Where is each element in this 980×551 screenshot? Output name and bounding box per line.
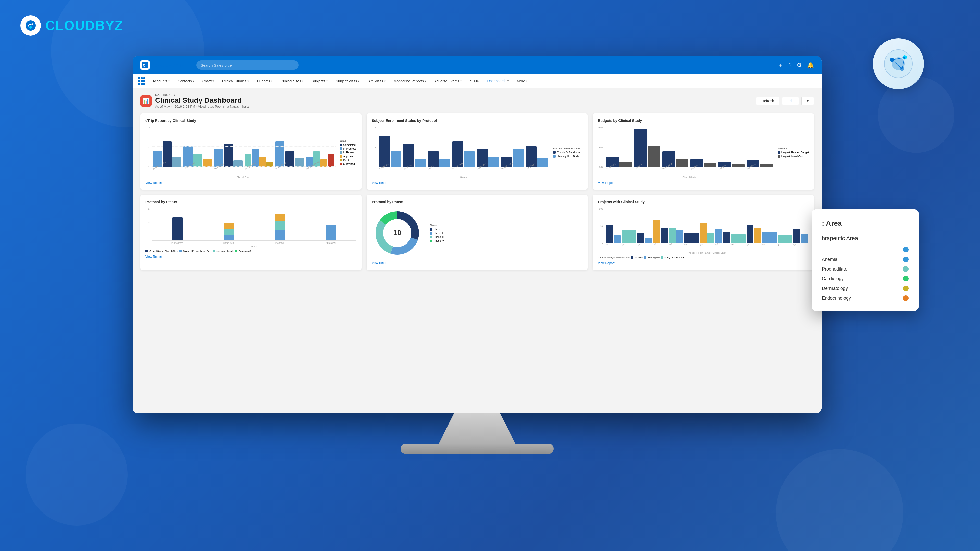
legend-circle-dermatology: [903, 286, 908, 291]
brand-bar: CLOUDBYZ: [21, 15, 123, 36]
enrollment-chart-area: Pre-Screen... Screening Failed... In Tre…: [378, 126, 549, 178]
search-container[interactable]: [196, 60, 299, 70]
subject-visits-chevron-icon: ▾: [358, 79, 359, 83]
protocol-status-card: Protocol by Status 531: [140, 195, 361, 270]
svg-text:10: 10: [393, 229, 401, 237]
svg-text:C: C: [143, 63, 145, 67]
app-launcher-icon[interactable]: [138, 77, 145, 85]
status-label-a: Approved: [307, 242, 355, 244]
projects-x-axis-label: Project: Project Name > Clinical Study: [605, 252, 809, 254]
projects-view-report[interactable]: View Report: [598, 261, 809, 265]
legend-endocrinology: Endocrinology: [822, 295, 908, 301]
more-chevron-icon: ▾: [526, 79, 527, 83]
menu-clinical-studies[interactable]: Clinical Studies ▾: [219, 77, 253, 85]
menu-budgets[interactable]: Budgets ▾: [253, 77, 276, 85]
legend-circle-anemia: [903, 257, 908, 262]
edit-button[interactable]: Edit: [782, 97, 799, 105]
etrip-chart-title: eTrip Report by Clinical Study: [145, 119, 356, 123]
monitor-base: [401, 444, 554, 454]
enrollment-x-axis-label: Status: [378, 176, 549, 178]
menu-subjects[interactable]: Subjects ▾: [308, 77, 331, 85]
clinical-sites-chevron-icon: ▾: [302, 79, 303, 83]
dashboard-subtitle: As of May 4, 2016 2:51 PM · Viewing as P…: [155, 105, 250, 108]
menu-accounts[interactable]: Accounts ▾: [149, 77, 173, 85]
projects-chart-area: M... Cli... Cli... Hea... Hea... Pro... …: [605, 208, 809, 254]
bar-in-progress: [154, 218, 201, 240]
legend-cushing: Cushing's Syndrome –: [553, 151, 582, 154]
etrip-x-axis-label: Clinical Study: [151, 176, 336, 178]
monitoring-chevron-icon: ▾: [425, 79, 426, 83]
projects-chart-card: Projects with Clinical Study 100500: [593, 195, 814, 270]
etrip-y-axis: 321: [145, 126, 150, 178]
float-avatar-card: [873, 38, 924, 89]
salesforce-nav: C Cloudbyz CTMS ＋ ? ⚙ 🔔: [133, 56, 822, 74]
dashboard-icon: 📊: [140, 95, 151, 106]
legend-planned-budget: Largest Planned Budget: [778, 151, 809, 154]
nav-icons: ＋ ? ⚙ 🔔: [778, 61, 814, 69]
status-label-p: Planned: [256, 242, 303, 244]
help-icon[interactable]: ?: [789, 62, 792, 68]
legend-anemia: Anemia: [822, 257, 908, 262]
refresh-button[interactable]: Refresh: [756, 97, 780, 105]
menu-clinical-sites[interactable]: Clinical Sites ▾: [277, 77, 307, 85]
etrip-view-report[interactable]: View Report: [145, 181, 356, 184]
add-icon[interactable]: ＋: [778, 61, 784, 69]
enrollment-chart-title: Subject Enrollment Status by Protocol: [372, 119, 583, 123]
protocol-status-view-report[interactable]: View Report: [145, 255, 356, 259]
legend-circle-prochodilator: [903, 266, 908, 272]
bar-planned: [256, 214, 303, 240]
protocol-status-x-label: Status: [151, 245, 356, 248]
legend-separator: –: [822, 247, 908, 252]
settings-icon[interactable]: ⚙: [797, 62, 802, 68]
protocol-phase-view-report[interactable]: View Report: [372, 261, 583, 265]
etrip-legend: Status Completed In Progress: [340, 126, 356, 178]
menu-site-visits[interactable]: Site Visits ▾: [364, 77, 389, 85]
projects-chart-title: Projects with Clinical Study: [598, 200, 809, 204]
menu-etmf[interactable]: eTMF: [466, 77, 483, 85]
monitor-screen: C Cloudbyz CTMS ＋ ? ⚙ 🔔 Accounts: [133, 56, 822, 413]
app-name: Cloudbyz CTMS: [154, 63, 184, 67]
breadcrumb: DASHBOARD: [155, 93, 250, 96]
monitor-stand: [439, 413, 515, 444]
dashboards-chevron-icon: ▾: [508, 79, 509, 82]
edit-dropdown-button[interactable]: ▾: [802, 97, 814, 105]
legend-circle-sep: [903, 247, 908, 252]
contacts-chevron-icon: ▾: [193, 79, 194, 83]
donut-chart: 10: [372, 208, 423, 259]
dashboard-header: 📊 DASHBOARD Clinical Study Dashboard As …: [140, 93, 814, 108]
menu-dashboards[interactable]: Dashboards ▾: [484, 77, 512, 86]
menu-bar: Accounts ▾ Contacts ▾ Chatter Clinical S…: [133, 74, 822, 88]
dashboard-actions: Refresh Edit ▾: [756, 97, 814, 105]
protocol-phase-legend: Phase Phase I Phase II Phase III Phase I…: [430, 224, 444, 242]
bar-approved: [307, 225, 355, 240]
menu-contacts[interactable]: Contacts ▾: [174, 77, 198, 85]
legend-approved: Approved: [340, 155, 356, 158]
enrollment-legend: Protocol: Protocol Name Cushing's Syndro…: [553, 126, 582, 178]
enrollment-chart-card: Subject Enrollment Status by Protocol 53…: [367, 113, 588, 190]
budgets-view-report[interactable]: View Report: [598, 181, 809, 184]
menu-chatter[interactable]: Chatter: [199, 77, 218, 85]
menu-subject-visits[interactable]: Subject Visits ▾: [332, 77, 363, 85]
right-card-subtitle: hrapeutic Area: [822, 235, 908, 242]
notification-icon[interactable]: 🔔: [807, 62, 814, 68]
budgets-chart-title: Budgets by Clinical Study: [598, 119, 809, 123]
menu-adverse-events[interactable]: Adverse Events ▾: [431, 77, 465, 85]
protocol-status-chart-area: In Progress Completed Planned Approved S…: [151, 208, 356, 248]
menu-more[interactable]: More ▾: [513, 77, 531, 85]
budgets-x-axis-label: Clinical Study: [605, 176, 773, 178]
charts-grid-row2: Protocol by Status 531: [140, 195, 814, 270]
etrip-chart-card: eTrip Report by Clinical Study 321: [140, 113, 361, 190]
enrollment-view-report[interactable]: View Report: [372, 181, 583, 184]
brand-name: CLOUDBYZ: [45, 18, 123, 33]
menu-monitoring[interactable]: Monitoring Reports ▾: [390, 77, 430, 85]
site-visits-chevron-icon: ▾: [384, 79, 385, 83]
right-card-title: : Area: [822, 219, 908, 227]
budgets-chevron-icon: ▾: [271, 79, 272, 83]
therapeutic-area-legend: – Anemia Prochodilator Cardiology Dermat…: [822, 247, 908, 301]
brand-logo: [21, 15, 41, 36]
main-content: 📊 DASHBOARD Clinical Study Dashboard As …: [133, 88, 822, 413]
dashboard-title-block: DASHBOARD Clinical Study Dashboard As of…: [155, 93, 250, 108]
enrollment-y-axis: 531: [372, 126, 376, 178]
legend-completed: Completed: [340, 144, 356, 146]
search-input[interactable]: [196, 60, 299, 70]
